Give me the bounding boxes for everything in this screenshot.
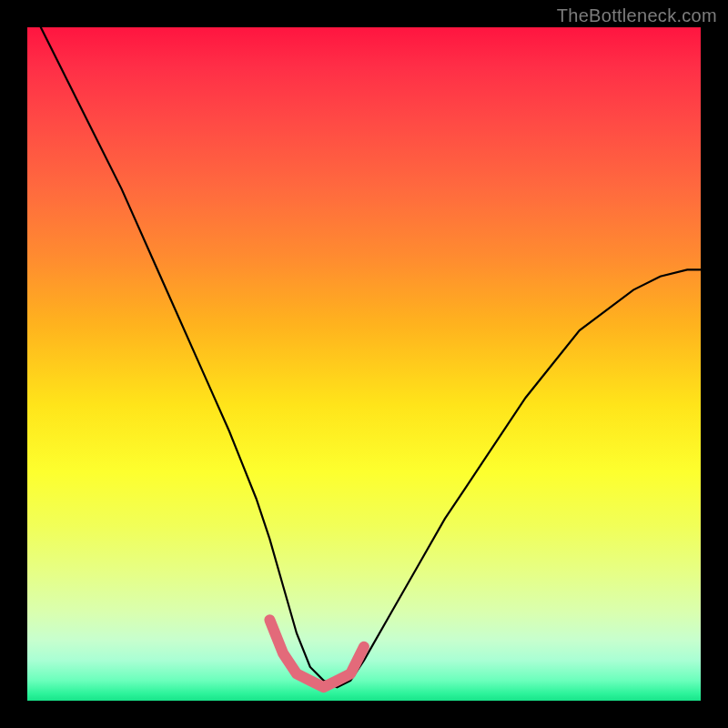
chart-svg: [27, 27, 701, 701]
flat-bottom-highlight: [269, 620, 364, 687]
watermark-text: TheBottleneck.com: [557, 5, 717, 26]
bottleneck-curve: [41, 27, 701, 687]
chart-frame: TheBottleneck.com: [0, 0, 728, 728]
plot-area: [27, 27, 701, 701]
